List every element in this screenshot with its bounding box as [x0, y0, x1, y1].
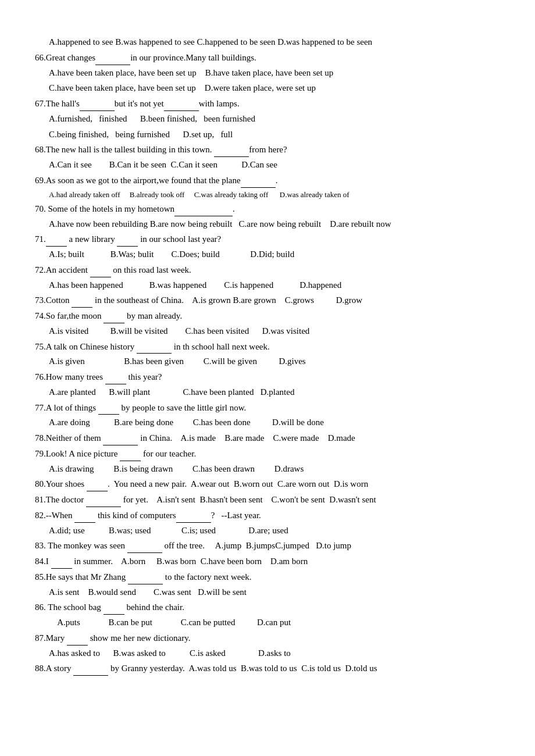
q67-b: C.being finished, being furnished D.set … [35, 127, 500, 142]
q86-text: 86. The school bag behind the chair. [35, 600, 500, 615]
q87-opts: A.has asked to B.was asked to C.is asked… [35, 646, 500, 661]
q77-opts: A.are doing B.are being done C.has been … [35, 415, 500, 430]
q71-text: 71. a new library in our school last yea… [35, 232, 500, 247]
q66-b: C.have been taken place, have been set u… [35, 81, 500, 95]
q84: 84.I in summer. A.born B.was born C.have… [35, 554, 500, 569]
q77-text: 77.A lot of things by people to save the… [35, 401, 500, 415]
q82-opts: A.did; use B.was; used C.is; used D.are;… [35, 523, 500, 538]
page-content: A.happened to see B.was happened to see … [35, 35, 500, 676]
q84-text: 84.I in summer. A.born B.was born C.have… [35, 554, 500, 569]
q87-text: 87.Mary show me her new dictionary. [35, 631, 500, 646]
q68: 68.The new hall is the tallest building … [35, 142, 500, 172]
q82-text: 82.--When this kind of computers? --Last… [35, 508, 500, 523]
q66-text: 66.Great changesin our province.Many tal… [35, 51, 500, 65]
q72-opts: A.has been happened B.was happened C.is … [35, 278, 500, 293]
q69-text: 69.As soon as we got to the airport,we f… [35, 173, 500, 188]
q73-text: 73.Cotton in the southeast of China. A.i… [35, 293, 500, 308]
options-text-0: A.happened to see B.was happened to see … [35, 35, 500, 49]
q81-text: 81.The doctor for yet. A.isn't sent B.ha… [35, 493, 500, 507]
q66: 66.Great changesin our province.Many tal… [35, 51, 500, 95]
q81: 81.The doctor for yet. A.isn't sent B.ha… [35, 493, 500, 507]
q68-text: 68.The new hall is the tallest building … [35, 142, 500, 157]
q85-text: 85.He says that Mr Zhang to the factory … [35, 570, 500, 584]
q69-opts: A.had already taken off B.already took o… [35, 188, 500, 201]
q79-opts: A.is drawing B.is being drawn C.has been… [35, 462, 500, 476]
q76: 76.How many trees this year? A.are plant… [35, 370, 500, 400]
q72-text: 72.An accident on this road last week. [35, 263, 500, 277]
q80: 80.Your shoes . You need a new pair. A.w… [35, 477, 500, 491]
q80-text: 80.Your shoes . You need a new pair. A.w… [35, 477, 500, 491]
q88: 88.A story by Granny yesterday. A.was to… [35, 661, 500, 676]
q73: 73.Cotton in the southeast of China. A.i… [35, 293, 500, 308]
q70-text: 70. Some of the hotels in my hometown. [35, 202, 500, 216]
q86: 86. The school bag behind the chair. A.p… [35, 600, 500, 630]
q78: 78.Neither of them in China. A.is made B… [35, 431, 500, 445]
q76-text: 76.How many trees this year? [35, 370, 500, 384]
q67-a: A.furnished, finished B.been finished, b… [35, 112, 500, 126]
q74: 74.So far,the moon by man already. A.is … [35, 309, 500, 338]
q69: 69.As soon as we got to the airport,we f… [35, 173, 500, 201]
q82: 82.--When this kind of computers? --Last… [35, 508, 500, 538]
q74-opts: A.is visited B.will be visited C.has bee… [35, 324, 500, 338]
q70-opts: A.have now been rebuilding B.are now bei… [35, 217, 500, 231]
q72: 72.An accident on this road last week. A… [35, 263, 500, 293]
q70: 70. Some of the hotels in my hometown. A… [35, 202, 500, 231]
q85-opts: A.is sent B.would send C.was sent D.will… [35, 585, 500, 600]
q67: 67.The hall'sbut it's not yetwith lamps.… [35, 97, 500, 141]
q78-text: 78.Neither of them in China. A.is made B… [35, 431, 500, 445]
q71-opts: A.Is; built B.Was; bulit C.Does; build D… [35, 247, 500, 262]
q87: 87.Mary show me her new dictionary. A.ha… [35, 631, 500, 661]
q88-text: 88.A story by Granny yesterday. A.was to… [35, 661, 500, 676]
q76-opts: A.are planted B.will plant C.have been p… [35, 385, 500, 400]
q85: 85.He says that Mr Zhang to the factory … [35, 570, 500, 600]
q77: 77.A lot of things by people to save the… [35, 401, 500, 430]
q75-text: 75.A talk on Chinese history in th schoo… [35, 340, 500, 354]
q75: 75.A talk on Chinese history in th schoo… [35, 340, 500, 369]
q83: 83. The monkey was seen off the tree. A.… [35, 539, 500, 553]
q75-opts: A.is given B.has been given C.will be gi… [35, 354, 500, 369]
line-0: A.happened to see B.was happened to see … [35, 35, 500, 49]
q71: 71. a new library in our school last yea… [35, 232, 500, 262]
q66-a: A.have been taken place, have been set u… [35, 66, 500, 80]
q68-opts: A.Can it see B.Can it be seen C.Can it s… [35, 158, 500, 172]
q86-opts: A.puts B.can be put C.can be putted D.ca… [35, 615, 500, 630]
q79-text: 79.Look! A nice picture for our teacher. [35, 447, 500, 461]
q74-text: 74.So far,the moon by man already. [35, 309, 500, 323]
q79: 79.Look! A nice picture for our teacher.… [35, 447, 500, 476]
q67-text: 67.The hall'sbut it's not yetwith lamps. [35, 97, 500, 111]
q83-text: 83. The monkey was seen off the tree. A.… [35, 539, 500, 553]
